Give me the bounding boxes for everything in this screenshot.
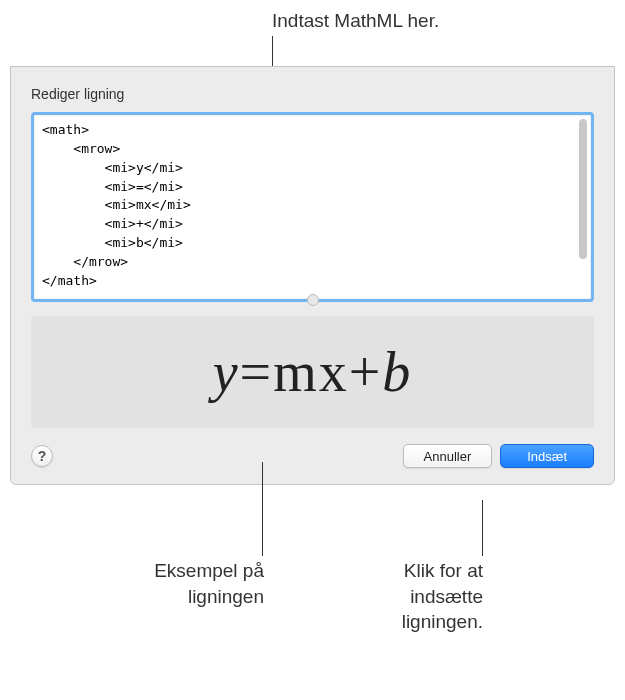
mathml-code-content[interactable]: <math> <mrow> <mi>y</mi> <mi>=</mi> <mi>… [34, 115, 591, 297]
leader-line-bottom-right [482, 500, 483, 556]
preview-mx: mx [273, 341, 349, 403]
preview-equals: = [240, 341, 274, 403]
equation-preview: y=mx+b [31, 316, 594, 428]
scrollbar-thumb[interactable] [579, 119, 587, 259]
preview-y: y [213, 341, 240, 403]
cancel-button[interactable]: Annuller [403, 444, 493, 468]
annotation-bottom-right-text: Klik for at indsætte ligningen. [343, 558, 483, 635]
preview-b: b [382, 341, 412, 403]
annotation-top-text: Indtast MathML her. [272, 10, 439, 32]
question-mark-icon: ? [38, 448, 47, 464]
equation-editor-dialog: Rediger ligning <math> <mrow> <mi>y</mi>… [10, 66, 615, 485]
annotation-bottom-left-text: Eksempel på ligningen [124, 558, 264, 609]
preview-math-expression: y=mx+b [213, 340, 413, 404]
resize-handle[interactable] [307, 294, 319, 306]
help-button[interactable]: ? [31, 445, 53, 467]
dialog-button-row: ? Annuller Indsæt [31, 444, 594, 468]
mathml-input[interactable]: <math> <mrow> <mi>y</mi> <mi>=</mi> <mi>… [31, 112, 594, 302]
preview-plus: + [349, 341, 383, 403]
leader-line-bottom-left [262, 462, 263, 556]
insert-button[interactable]: Indsæt [500, 444, 594, 468]
dialog-title: Rediger ligning [31, 86, 594, 102]
